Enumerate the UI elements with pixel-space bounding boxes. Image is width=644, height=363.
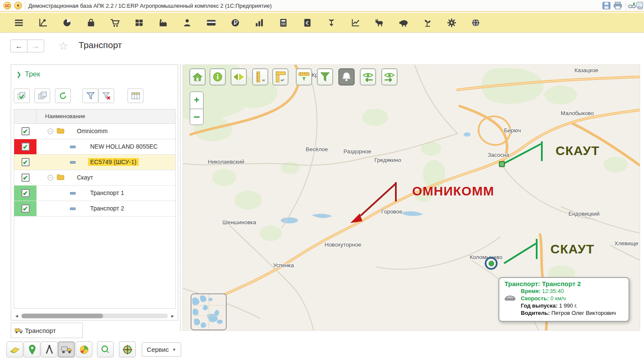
bank-card-icon[interactable] xyxy=(199,15,223,31)
purchases-bag-icon[interactable] xyxy=(79,15,103,31)
sales-cart-icon[interactable] xyxy=(103,15,127,31)
map-canvas[interactable]: Казацкое Малобыково Бирюч Засосна Весёло… xyxy=(182,64,640,331)
row-checkbox[interactable]: ✔ xyxy=(21,143,30,151)
map-track-back-button[interactable] xyxy=(360,68,376,85)
show-transport-button[interactable] xyxy=(58,342,75,357)
planning-icon[interactable] xyxy=(31,15,55,31)
chevron-down-icon: ▼ xyxy=(172,348,176,352)
table-row-transport-2[interactable]: ✔ Транспорт 2 xyxy=(14,201,175,217)
harvest-down-icon[interactable] xyxy=(319,15,343,31)
place-label: Весёлое xyxy=(306,146,328,153)
row-checkbox[interactable]: ✔ xyxy=(21,174,30,182)
uncheck-all-button[interactable] xyxy=(34,88,50,103)
name-column-header[interactable]: Наименование xyxy=(45,113,85,119)
print-preview-button[interactable] xyxy=(635,1,644,10)
service-button-label: Сервис xyxy=(147,346,169,353)
clear-filter-button[interactable] xyxy=(98,88,114,103)
annotation-skaut-bottom: СКАУТ xyxy=(550,242,595,256)
back-button[interactable]: ← xyxy=(10,40,27,52)
gear-settings-icon[interactable] xyxy=(440,15,464,31)
place-label: Засосна xyxy=(488,152,509,158)
tab-transport[interactable]: Транспорт xyxy=(11,323,83,338)
horizontal-scrollbar[interactable]: ◄ ► xyxy=(14,313,176,319)
euro-finance-icon[interactable]: € xyxy=(295,15,319,31)
row-checkbox[interactable]: ✔ xyxy=(21,158,30,166)
measure-length-icon: м xyxy=(255,71,265,82)
track-section-toggle[interactable]: ❯Трек xyxy=(16,70,40,79)
scroll-right-icon[interactable]: ► xyxy=(170,314,175,318)
scroll-left-icon[interactable]: ◄ xyxy=(15,314,19,318)
print-button[interactable] xyxy=(613,1,623,10)
row-checkbox[interactable]: ✔ xyxy=(21,189,30,197)
money-ruble-icon[interactable] xyxy=(223,15,247,31)
checkbox-cell: ✔ xyxy=(14,170,36,185)
production-factory-icon[interactable] xyxy=(151,15,175,31)
panel-splitter[interactable] xyxy=(180,64,181,331)
check-all-button[interactable] xyxy=(14,88,30,103)
row-checkbox[interactable]: ✔ xyxy=(21,204,30,213)
vehicles-tree-table: Наименование ✔ − Omnicomm ✔ NEW HOLLAND … xyxy=(14,109,176,309)
search-button[interactable] xyxy=(97,342,114,357)
folder-icon xyxy=(57,128,64,134)
1c-logo-icon[interactable]: 1С xyxy=(3,2,11,9)
checkbox-column-header[interactable] xyxy=(14,110,36,123)
map-alerts-button[interactable] xyxy=(338,68,355,85)
refresh-button[interactable] xyxy=(55,88,71,103)
set-filter-button[interactable] xyxy=(82,88,98,103)
show-chart-button[interactable] xyxy=(76,342,92,357)
measure-compass-button[interactable] xyxy=(41,342,58,357)
pie-chart-icon[interactable] xyxy=(55,15,79,31)
home-icon xyxy=(192,72,203,82)
table-row-group-skaut[interactable]: ✔ − Скаут xyxy=(14,170,175,186)
locate-button[interactable] xyxy=(119,342,136,357)
sprout-icon[interactable] xyxy=(416,15,440,31)
hr-person-icon[interactable] xyxy=(175,15,199,31)
map-home-button[interactable] xyxy=(189,68,206,85)
map-pan-button[interactable] xyxy=(231,68,247,85)
columns-settings-button[interactable] xyxy=(128,88,143,103)
show-fields-button[interactable] xyxy=(6,342,23,357)
map-measure-area-button[interactable]: м² xyxy=(272,68,289,85)
scrollbar-thumb[interactable] xyxy=(21,314,103,318)
pig-icon[interactable] xyxy=(392,15,416,31)
agro-planning-icon[interactable] xyxy=(343,15,368,31)
print-preview-icon xyxy=(635,2,644,9)
scrollbar-track[interactable] xyxy=(21,314,168,318)
bar-chart-icon[interactable] xyxy=(247,15,271,31)
show-placemarks-button[interactable] xyxy=(24,342,40,357)
service-menu-button[interactable]: Сервис ▼ xyxy=(142,342,181,357)
table-row-group-omnicomm[interactable]: ✔ − Omnicomm xyxy=(14,124,175,139)
globe-icon[interactable] xyxy=(464,15,488,31)
calculator-icon[interactable] xyxy=(271,15,295,31)
map-track-forward-button[interactable] xyxy=(381,68,398,85)
zoom-out-button[interactable]: − xyxy=(190,109,203,125)
map-measure-route-button[interactable] xyxy=(296,68,312,85)
place-label: Хлевище xyxy=(614,240,638,247)
forward-button[interactable]: → xyxy=(27,40,44,52)
save-button[interactable] xyxy=(601,1,611,10)
vehicle-marker-square[interactable] xyxy=(499,161,505,167)
cattle-cow-icon[interactable] xyxy=(368,15,392,31)
map-measure-length-button[interactable]: м xyxy=(252,68,268,85)
row-checkbox[interactable]: ✔ xyxy=(21,127,30,135)
overview-minimap[interactable] xyxy=(191,293,227,330)
collapse-icon[interactable]: − xyxy=(48,128,53,134)
place-label: Успенка xyxy=(273,262,294,268)
vehicle-marker-selected[interactable] xyxy=(485,257,498,270)
table-row-ec5749-selected[interactable]: ✔ EC5749 (ШСУ-1) xyxy=(14,155,175,170)
menu-icon[interactable] xyxy=(7,15,31,31)
window-title: Демонстрационная база АПК 2.2 / 1С:ERP А… xyxy=(28,3,272,9)
collapse-icon[interactable]: − xyxy=(48,175,53,180)
table-row-new-holland[interactable]: ✔ NEW HOLLAND 8055EC xyxy=(14,139,175,155)
warehouse-grid-icon[interactable] xyxy=(127,15,151,31)
row-label: Скаут xyxy=(77,174,93,181)
map-zoom-control: + − xyxy=(190,92,204,125)
table-row-transport-1[interactable]: ✔ Транспорт 1 xyxy=(14,186,175,201)
svg-text:€: € xyxy=(306,20,309,26)
main-menu-dropdown-icon[interactable]: ▼ xyxy=(14,2,22,9)
favorite-star-icon[interactable]: ☆ xyxy=(58,40,68,53)
map-info-button[interactable] xyxy=(210,68,226,85)
zoom-in-button[interactable]: + xyxy=(190,92,203,108)
map-filter-button[interactable] xyxy=(317,68,333,85)
tooltip-title: Транспорт: Транспорт 2 xyxy=(504,280,624,287)
